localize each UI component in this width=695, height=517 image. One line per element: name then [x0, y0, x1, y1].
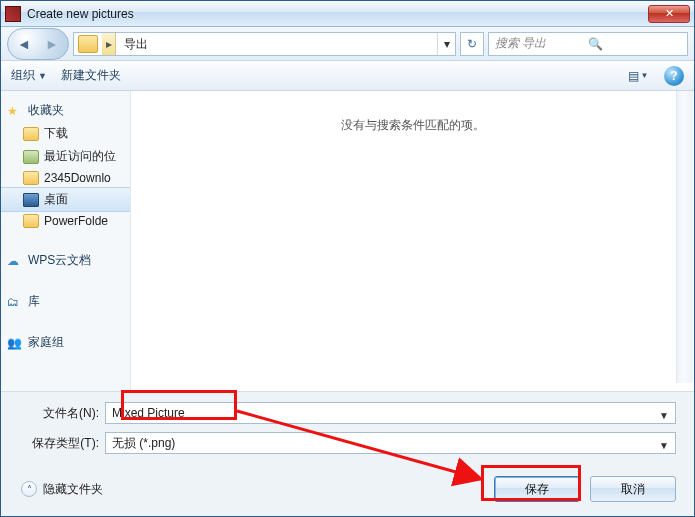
- filename-row: 文件名(N): Mixed Picture ▼: [19, 402, 676, 424]
- button-row: ˄ 隐藏文件夹 保存 取消: [19, 476, 676, 502]
- save-button[interactable]: 保存: [494, 476, 580, 502]
- filetype-row: 保存类型(T): 无损 (*.png) ▼: [19, 432, 676, 454]
- new-folder-button[interactable]: 新建文件夹: [61, 67, 121, 84]
- nav-buttons: ◄ ►: [7, 28, 69, 60]
- folder-icon: [23, 171, 39, 185]
- dialog-body: ★ 收藏夹 下载 最近访问的位 2345Downlo 桌面: [1, 91, 694, 391]
- filetype-label: 保存类型(T):: [19, 435, 99, 452]
- file-list-area[interactable]: 没有与搜索条件匹配的项。: [131, 91, 694, 391]
- chevron-right-icon[interactable]: ▸: [102, 33, 116, 55]
- nav-forward-button[interactable]: ►: [38, 31, 66, 57]
- hide-folders-label[interactable]: 隐藏文件夹: [43, 481, 494, 498]
- sidebar-header-library[interactable]: 🗂 库: [1, 290, 130, 313]
- search-placeholder: 搜索 导出: [495, 35, 588, 52]
- help-button[interactable]: ?: [664, 66, 684, 86]
- title-bar[interactable]: Create new pictures ✕: [1, 1, 694, 27]
- toolbar: 组织▼ 新建文件夹 ▤▼ ?: [1, 61, 694, 91]
- breadcrumb-dropdown[interactable]: ▾: [437, 33, 455, 55]
- sidebar-item-downloads[interactable]: 下载: [1, 122, 130, 145]
- search-input[interactable]: 搜索 导出 🔍: [488, 32, 688, 56]
- filename-label: 文件名(N):: [19, 405, 99, 422]
- folder-icon: [23, 127, 39, 141]
- sidebar-item-recent[interactable]: 最近访问的位: [1, 145, 130, 168]
- sidebar-header-cloud[interactable]: ☁ WPS云文档: [1, 249, 130, 272]
- close-button[interactable]: ✕: [648, 5, 690, 23]
- folder-icon: [78, 35, 98, 53]
- search-icon: 🔍: [588, 37, 681, 51]
- breadcrumb-segment[interactable]: 导出: [116, 33, 156, 55]
- chevron-down-icon[interactable]: ▼: [659, 436, 669, 456]
- refresh-button[interactable]: ↻: [460, 32, 484, 56]
- nav-back-button[interactable]: ◄: [10, 31, 38, 57]
- scrollbar-vertical[interactable]: [676, 91, 693, 383]
- cancel-button[interactable]: 取消: [590, 476, 676, 502]
- chevron-down-icon[interactable]: ▼: [659, 406, 669, 426]
- sidebar-item-powerfolder[interactable]: PowerFolde: [1, 211, 130, 231]
- view-options-button[interactable]: ▤▼: [626, 65, 650, 87]
- folder-icon: [23, 214, 39, 228]
- nav-row: ◄ ► ▸ 导出 ▾ ↻ 搜索 导出 🔍: [1, 27, 694, 61]
- window-title: Create new pictures: [27, 7, 648, 21]
- save-dialog-window: Create new pictures ✕ ◄ ► ▸ 导出 ▾ ↻ 搜索 导出…: [0, 0, 695, 517]
- organize-menu[interactable]: 组织▼: [11, 67, 47, 84]
- cloud-icon: ☁: [7, 254, 23, 268]
- library-icon: 🗂: [7, 295, 23, 309]
- sidebar-item-desktop[interactable]: 桌面: [1, 187, 130, 212]
- footer: 文件名(N): Mixed Picture ▼ 保存类型(T): 无损 (*.p…: [1, 391, 694, 516]
- empty-results-text: 没有与搜索条件匹配的项。: [341, 117, 485, 391]
- homegroup-icon: 👥: [7, 336, 23, 350]
- breadcrumb-bar[interactable]: ▸ 导出 ▾: [73, 32, 456, 56]
- filename-input[interactable]: Mixed Picture ▼: [105, 402, 676, 424]
- app-icon: [5, 6, 21, 22]
- recent-icon: [23, 150, 39, 164]
- sidebar-item-2345downloads[interactable]: 2345Downlo: [1, 168, 130, 188]
- filetype-select[interactable]: 无损 (*.png) ▼: [105, 432, 676, 454]
- sidebar-header-favorites[interactable]: ★ 收藏夹: [1, 99, 130, 122]
- desktop-icon: [23, 193, 39, 207]
- sidebar-header-homegroup[interactable]: 👥 家庭组: [1, 331, 130, 354]
- expand-folders-button[interactable]: ˄: [21, 481, 37, 497]
- chevron-down-icon: ▼: [38, 71, 47, 81]
- sidebar: ★ 收藏夹 下载 最近访问的位 2345Downlo 桌面: [1, 91, 131, 391]
- star-icon: ★: [7, 104, 23, 118]
